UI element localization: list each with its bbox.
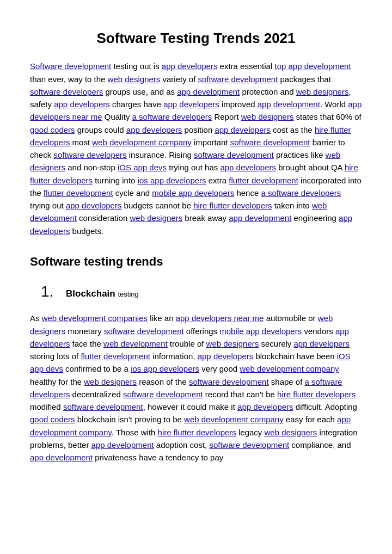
inline-link[interactable]: app development xyxy=(258,100,320,109)
inline-link[interactable]: web designers xyxy=(108,75,161,84)
inline-link[interactable]: top app development xyxy=(274,61,351,71)
section2-heading: Software testing trends xyxy=(30,253,362,271)
inline-link[interactable]: flutter development xyxy=(81,352,150,361)
inline-link[interactable]: app development xyxy=(30,453,93,462)
inline-link[interactable]: hire flutter developers xyxy=(158,428,236,437)
inline-link[interactable]: web development company xyxy=(184,415,284,424)
inline-link[interactable]: flutter development xyxy=(44,188,113,198)
inline-link[interactable]: app developers xyxy=(163,100,219,109)
inline-link[interactable]: app development xyxy=(177,87,240,96)
inline-link[interactable]: software development xyxy=(209,440,289,450)
item-subtitle: testing xyxy=(118,290,138,298)
item-number: 1. xyxy=(41,280,57,303)
inline-link[interactable]: ios app developers xyxy=(131,364,199,373)
inline-link[interactable]: app developers xyxy=(30,213,352,235)
inline-link[interactable]: app developers near me xyxy=(176,313,264,323)
inline-link[interactable]: web development company xyxy=(92,138,192,147)
inline-link[interactable]: app developers xyxy=(66,201,122,210)
numbered-list: 1. Blockchain testing xyxy=(41,280,362,303)
inline-link[interactable]: a software developers xyxy=(261,188,341,198)
inline-link[interactable]: app developers xyxy=(215,125,271,134)
inline-link[interactable]: app developers xyxy=(294,339,350,348)
inline-link[interactable]: hire flutter developers xyxy=(277,390,356,399)
blockchain-paragraph: As web development companies like an app… xyxy=(30,312,362,464)
item-title: Blockchain testing xyxy=(66,287,139,301)
inline-link[interactable]: software development xyxy=(194,150,274,159)
inline-link[interactable]: web designers xyxy=(265,428,317,437)
inline-link[interactable]: flutter development xyxy=(229,176,298,185)
inline-link[interactable]: web development companies xyxy=(42,313,148,323)
inline-link[interactable]: web designers xyxy=(130,213,182,223)
inline-link[interactable]: iOS app devs xyxy=(118,163,167,172)
inline-link[interactable]: software development xyxy=(230,138,310,147)
inline-link[interactable]: hire flutter developers xyxy=(193,201,272,210)
inline-link[interactable]: web designers xyxy=(296,87,349,96)
inline-link[interactable]: software development xyxy=(63,402,143,411)
inline-link[interactable]: app development xyxy=(91,440,154,450)
inline-link[interactable]: web development xyxy=(103,339,168,348)
inline-link[interactable]: good coders xyxy=(30,415,75,424)
inline-link[interactable]: app developers xyxy=(54,100,110,109)
inline-link[interactable]: app developers xyxy=(237,402,293,411)
inline-link[interactable]: mobile app developers xyxy=(152,188,234,198)
inline-link[interactable]: app developers xyxy=(126,125,182,134)
inline-link[interactable]: app development xyxy=(229,213,291,223)
item-title-bold: Blockchain xyxy=(66,288,115,299)
inline-link[interactable]: software development xyxy=(189,377,269,386)
inline-link[interactable]: software developers xyxy=(30,87,103,96)
intro-paragraph: Software development testing out is app … xyxy=(30,60,362,237)
inline-link[interactable]: web development company xyxy=(240,364,339,373)
inline-link[interactable]: Software development xyxy=(30,61,111,71)
inline-link[interactable]: software development xyxy=(104,327,184,336)
inline-link[interactable]: web designers xyxy=(206,339,259,348)
inline-link[interactable]: software developers xyxy=(53,150,126,159)
inline-link[interactable]: mobile app developers xyxy=(219,327,302,336)
inline-link[interactable]: a software developers xyxy=(132,112,212,121)
list-item: 1. Blockchain testing xyxy=(41,280,362,303)
inline-link[interactable]: app developers xyxy=(198,352,254,361)
inline-link[interactable]: ios app developers xyxy=(138,176,206,185)
inline-link[interactable]: web designers xyxy=(241,112,294,121)
inline-link[interactable]: good coders xyxy=(30,125,75,134)
inline-link[interactable]: software development xyxy=(123,390,203,399)
inline-link[interactable]: app developers xyxy=(162,61,218,71)
inline-link[interactable]: app developers xyxy=(220,163,276,172)
inline-link[interactable]: web designers xyxy=(84,377,137,386)
page-title: Software Testing Trends 2021 xyxy=(30,27,362,49)
inline-link[interactable]: software development xyxy=(198,75,278,84)
